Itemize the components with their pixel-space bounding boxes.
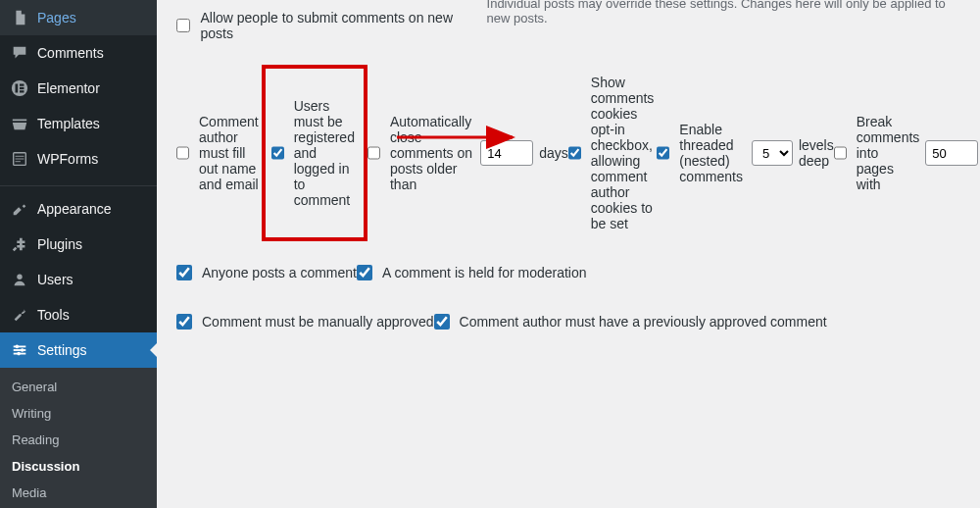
manual-approve-checkbox[interactable] — [176, 314, 192, 330]
registered-logged-in-option[interactable]: Users must be registered and logged in t… — [271, 98, 358, 208]
sidebar-item-tools[interactable]: Tools — [0, 297, 157, 332]
submenu-item-reading[interactable]: Reading — [0, 427, 157, 453]
wpforms-icon — [10, 149, 29, 169]
allow-comments-label: Allow people to submit comments on new p… — [200, 10, 461, 41]
settings-icon — [10, 340, 29, 360]
cookies-optin-option[interactable]: Show comments cookies opt-in checkbox, a… — [568, 75, 658, 231]
auto-close-days-input[interactable] — [480, 140, 533, 166]
sidebar-item-label: Plugins — [37, 236, 82, 252]
break-pages-option[interactable]: Break comments into pages with top level… — [834, 75, 980, 231]
cookies-optin-checkbox[interactable] — [568, 145, 581, 161]
sidebar-item-label: WPForms — [37, 151, 98, 167]
allow-comments-option[interactable]: Allow people to submit comments on new p… — [176, 10, 462, 41]
menu-separator — [0, 181, 157, 186]
registered-logged-in-checkbox[interactable] — [271, 145, 284, 161]
manual-approve-label: Comment must be manually approved — [202, 314, 434, 330]
sidebar-item-settings[interactable]: Settings — [0, 332, 157, 368]
threaded-suffix: levels deep — [799, 137, 834, 169]
templates-icon — [10, 114, 29, 133]
pages-icon — [10, 8, 29, 27]
svg-rect-4 — [20, 90, 24, 92]
fill-name-email-option[interactable]: Comment author must fill out name and em… — [176, 75, 262, 231]
email-anyone-posts-option[interactable]: Anyone posts a comment — [176, 265, 357, 280]
registered-logged-in-label: Users must be registered and logged in t… — [294, 98, 358, 208]
override-note: Individual posts may override these sett… — [487, 0, 960, 35]
submenu-item-writing[interactable]: Writing — [0, 400, 157, 427]
sidebar-item-label: Settings — [37, 342, 87, 358]
sidebar-item-label: Elementor — [37, 80, 100, 96]
prev-approved-checkbox[interactable] — [434, 314, 450, 330]
sidebar-item-label: Appearance — [37, 201, 112, 217]
submenu-item-discussion[interactable]: Discussion — [0, 453, 157, 480]
cookies-optin-label: Show comments cookies opt-in checkbox, a… — [591, 75, 658, 231]
prev-approved-label: Comment author must have a previously ap… — [460, 314, 827, 330]
auto-close-checkbox[interactable] — [368, 145, 380, 161]
admin-sidebar: Pages Comments Elementor Templates WPFor… — [0, 0, 157, 508]
svg-rect-2 — [20, 84, 24, 86]
sidebar-item-wpforms[interactable]: WPForms — [0, 141, 157, 177]
threaded-option[interactable]: Enable threaded (nested) comments 5 leve… — [657, 75, 833, 231]
sidebar-item-templates[interactable]: Templates — [0, 106, 157, 141]
email-anyone-posts-checkbox[interactable] — [176, 265, 192, 280]
auto-close-option[interactable]: Automatically close comments on posts ol… — [368, 75, 568, 231]
svg-point-14 — [21, 348, 24, 352]
fill-name-email-checkbox[interactable] — [176, 145, 189, 161]
sidebar-item-label: Comments — [37, 45, 104, 61]
submenu-item-media[interactable]: Media — [0, 480, 157, 506]
email-held-moderation-checkbox[interactable] — [357, 265, 372, 280]
svg-point-13 — [16, 345, 20, 349]
sidebar-item-pages[interactable]: Pages — [0, 0, 157, 35]
email-held-moderation-option[interactable]: A comment is held for moderation — [357, 265, 587, 280]
threaded-checkbox[interactable] — [657, 145, 669, 161]
fill-name-email-label: Comment author must fill out name and em… — [199, 114, 262, 192]
sidebar-item-label: Pages — [37, 10, 76, 25]
auto-close-prefix: Automatically close comments on posts ol… — [390, 114, 474, 192]
svg-point-9 — [17, 275, 22, 279]
submenu-item-general[interactable]: General — [0, 374, 157, 400]
sidebar-item-users[interactable]: Users — [0, 262, 157, 297]
sidebar-item-elementor[interactable]: Elementor — [0, 71, 157, 106]
settings-submenu: General Writing Reading Discussion Media… — [0, 368, 157, 508]
plugins-icon — [10, 234, 29, 254]
email-anyone-posts-label: Anyone posts a comment — [202, 265, 357, 280]
manual-approve-option[interactable]: Comment must be manually approved — [176, 314, 434, 330]
svg-rect-3 — [20, 87, 24, 89]
allow-comments-checkbox[interactable] — [176, 18, 190, 33]
sidebar-item-comments[interactable]: Comments — [0, 35, 157, 71]
tools-icon — [10, 305, 29, 325]
email-held-moderation-label: A comment is held for moderation — [382, 265, 587, 280]
sidebar-item-plugins[interactable]: Plugins — [0, 227, 157, 262]
sidebar-item-label: Tools — [37, 307, 70, 323]
auto-close-suffix: days — [539, 145, 568, 161]
settings-main: Allow people to submit comments on new p… — [157, 0, 980, 508]
elementor-icon — [10, 78, 29, 98]
comments-icon — [10, 43, 29, 63]
break-pages-prefix: Break comments into pages with — [857, 114, 920, 192]
break-pages-count-input[interactable] — [925, 140, 978, 166]
users-icon — [10, 270, 29, 289]
svg-rect-1 — [16, 84, 19, 93]
svg-point-15 — [17, 352, 21, 356]
appearance-icon — [10, 199, 29, 219]
sidebar-item-label: Users — [37, 272, 74, 287]
threaded-prefix: Enable threaded (nested) comments — [679, 122, 746, 184]
break-pages-checkbox[interactable] — [834, 145, 847, 161]
threaded-levels-select[interactable]: 5 — [752, 140, 793, 166]
sidebar-item-appearance[interactable]: Appearance — [0, 191, 157, 227]
sidebar-item-label: Templates — [37, 116, 100, 131]
prev-approved-option[interactable]: Comment author must have a previously ap… — [434, 314, 827, 330]
highlighted-option: Users must be registered and logged in t… — [262, 65, 368, 241]
